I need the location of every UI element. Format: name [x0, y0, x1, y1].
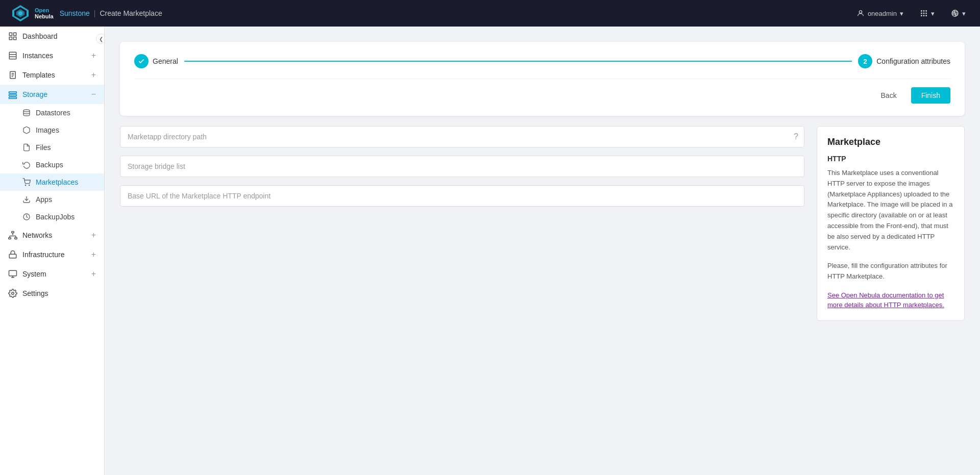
sidebar-subitem-backupjobs-label: BackupJobs	[36, 213, 75, 221]
svg-rect-35	[9, 238, 11, 239]
datastores-icon	[22, 109, 31, 117]
step2-label: Configuration attributes	[876, 57, 950, 65]
settings-icon	[8, 289, 17, 298]
sidebar-subitem-apps-label: Apps	[36, 195, 52, 204]
svg-rect-13	[925, 15, 927, 16]
user-menu-button[interactable]: oneadmin ▾	[852, 7, 908, 19]
marketapp-path-wrapper: ?	[120, 126, 804, 147]
storage-collapse-icon[interactable]: −	[91, 90, 96, 99]
breadcrumb-current: Create Marketplace	[100, 9, 162, 17]
svg-rect-12	[923, 15, 925, 16]
sidebar: ❮ Dashboard Instances + Templates + Stor…	[0, 27, 105, 475]
logo: Open Nebula	[10, 3, 54, 23]
backups-icon	[22, 161, 31, 169]
breadcrumb-sunstone[interactable]: Sunstone	[60, 9, 90, 17]
sidebar-subitem-files[interactable]: Files	[0, 139, 104, 156]
marketapp-path-help-icon[interactable]: ?	[794, 132, 798, 141]
svg-point-3	[18, 11, 22, 15]
marketplaces-icon	[22, 178, 31, 186]
sidebar-item-instances[interactable]: Instances +	[0, 46, 104, 65]
marketapp-path-input[interactable]	[120, 126, 804, 147]
info-panel-body1: This Marketplace uses a conventional HTT…	[827, 168, 954, 253]
topbar-right: oneadmin ▾ ▾ ▾	[852, 7, 970, 19]
svg-rect-26	[9, 92, 17, 93]
sidebar-subitem-apps[interactable]: Apps	[0, 191, 104, 208]
apps-chevron-icon: ▾	[931, 10, 935, 17]
svg-rect-16	[14, 33, 16, 35]
topbar-left: Open Nebula Sunstone | Create Marketplac…	[10, 3, 162, 23]
sidebar-subitem-backupjobs[interactable]: BackupJobs	[0, 208, 104, 226]
svg-rect-41	[9, 254, 16, 258]
base-url-input[interactable]	[120, 185, 804, 207]
breadcrumb-separator: |	[94, 9, 96, 17]
step1-circle	[134, 54, 149, 68]
svg-rect-9	[923, 13, 925, 14]
storage-bridge-wrapper	[120, 156, 804, 177]
apps-sub-icon	[22, 195, 31, 204]
main-layout: ❮ Dashboard Instances + Templates + Stor…	[0, 27, 980, 475]
wizard-actions: Back Finish	[134, 79, 950, 104]
info-panel-link[interactable]: See Open Nebula documentation to get mor…	[827, 290, 954, 310]
infrastructure-icon	[8, 250, 17, 259]
svg-rect-11	[921, 15, 922, 16]
sidebar-subitem-marketplaces[interactable]: Marketplaces	[0, 173, 104, 191]
sidebar-collapse-button[interactable]: ❮	[96, 34, 105, 44]
networks-icon	[8, 231, 17, 240]
sidebar-subitem-files-label: Files	[36, 143, 51, 152]
sidebar-subitem-backups[interactable]: Backups	[0, 156, 104, 173]
logo-text: Open Nebula	[35, 7, 54, 19]
sidebar-item-storage[interactable]: Storage −	[0, 85, 104, 104]
language-chevron-icon: ▾	[962, 10, 966, 17]
templates-icon	[8, 70, 17, 80]
language-menu-button[interactable]: ▾	[947, 7, 970, 19]
sidebar-item-networks-label: Networks	[22, 231, 86, 239]
system-add-icon[interactable]: +	[91, 269, 96, 279]
step2-circle: 2	[858, 54, 872, 68]
svg-point-45	[12, 292, 14, 295]
globe-icon	[951, 9, 959, 17]
svg-rect-7	[925, 10, 927, 12]
info-panel-subtitle: HTTP	[827, 155, 954, 163]
sidebar-item-dashboard-label: Dashboard	[22, 32, 96, 40]
svg-rect-5	[921, 10, 922, 12]
sidebar-item-settings[interactable]: Settings	[0, 284, 104, 303]
info-panel-title: Marketplace	[827, 137, 954, 147]
storage-bridge-input[interactable]	[120, 156, 804, 177]
networks-add-icon[interactable]: +	[91, 231, 96, 240]
svg-rect-42	[9, 270, 17, 276]
finish-button[interactable]: Finish	[911, 87, 950, 104]
sidebar-item-infrastructure-label: Infrastructure	[22, 251, 86, 259]
templates-add-icon[interactable]: +	[91, 70, 96, 80]
svg-rect-28	[9, 97, 17, 98]
sidebar-item-dashboard[interactable]: Dashboard	[0, 27, 104, 46]
info-panel-body2: Please, fill the configuration attribute…	[827, 261, 954, 282]
sidebar-item-instances-label: Instances	[22, 52, 86, 60]
svg-rect-27	[9, 94, 17, 96]
dashboard-icon	[8, 32, 17, 41]
svg-point-4	[859, 11, 862, 13]
svg-rect-36	[15, 238, 17, 239]
grid-menu-button[interactable]: ▾	[916, 7, 939, 19]
sidebar-subitem-images[interactable]: Images	[0, 121, 104, 139]
svg-rect-17	[9, 37, 12, 40]
apps-icon	[920, 9, 928, 17]
form-section: ? Marketplace HTTP This Marketplace uses…	[120, 126, 965, 321]
sidebar-item-system[interactable]: System +	[0, 264, 104, 284]
infrastructure-add-icon[interactable]: +	[91, 250, 96, 259]
sidebar-item-networks[interactable]: Networks +	[0, 226, 104, 245]
step-connector	[184, 61, 852, 62]
files-icon	[22, 143, 31, 152]
sidebar-subitem-datastores[interactable]: Datastores	[0, 104, 104, 121]
system-icon	[8, 269, 17, 279]
step1-label: General	[153, 57, 178, 65]
svg-rect-19	[9, 52, 16, 59]
back-button[interactable]: Back	[873, 87, 905, 104]
wizard-step-1: General	[134, 54, 178, 68]
user-label: oneadmin	[868, 10, 897, 17]
sidebar-item-infrastructure[interactable]: Infrastructure +	[0, 245, 104, 264]
form-fields: ?	[120, 126, 804, 207]
wizard-stepper: General 2 Configuration attributes	[134, 54, 950, 68]
sidebar-item-templates[interactable]: Templates +	[0, 65, 104, 85]
instances-add-icon[interactable]: +	[91, 51, 96, 60]
sidebar-subitem-marketplaces-label: Marketplaces	[36, 178, 78, 186]
